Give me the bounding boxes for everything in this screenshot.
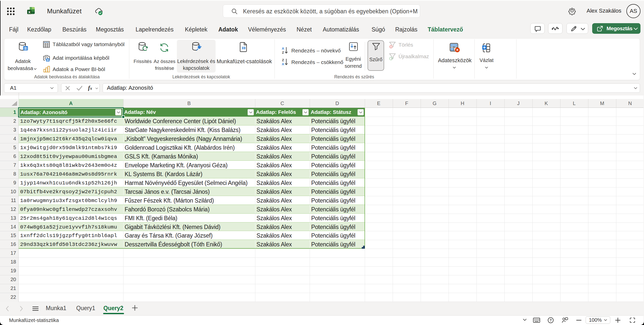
svg-text:Z: Z [282, 51, 284, 54]
svg-text:?: ? [550, 318, 552, 322]
svg-text:X: X [28, 10, 30, 14]
svg-text:A: A [282, 62, 284, 66]
svg-text:Z: Z [282, 58, 284, 62]
svg-text:A: A [282, 47, 284, 50]
